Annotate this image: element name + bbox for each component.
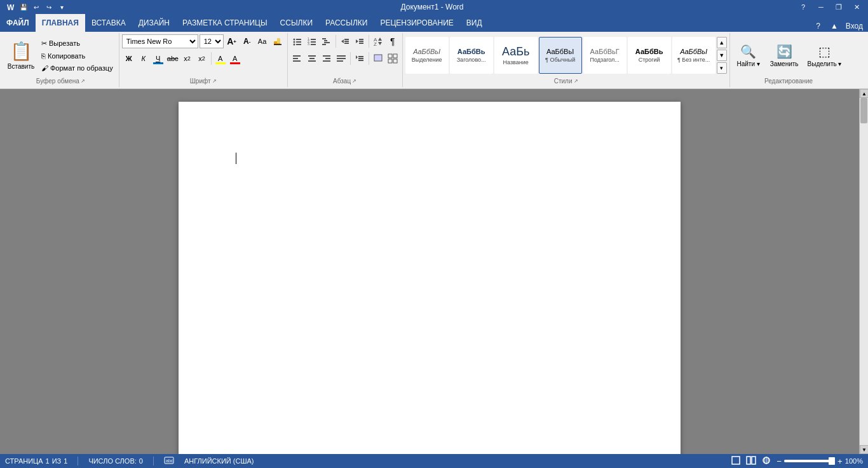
paste-button[interactable]: 📋 Вставить <box>5 38 37 73</box>
page-view-btn[interactable] <box>731 456 741 467</box>
borders-button[interactable] <box>386 52 400 65</box>
italic-button[interactable]: К <box>137 52 151 65</box>
align-center-button[interactable] <box>305 52 319 65</box>
web-view-btn[interactable] <box>761 456 771 467</box>
style-item-strong[interactable]: АаБбВь Строгий <box>628 37 671 74</box>
style-item-subtitle[interactable]: АаБбВьГ Подзагол... <box>583 37 627 74</box>
svg-rect-6 <box>296 39 301 40</box>
style-item-normal[interactable]: АаБбВьI Выделение <box>405 37 449 74</box>
zoom-out-btn[interactable]: − <box>776 457 782 466</box>
find-button[interactable]: 🔍 Найти ▾ <box>733 38 764 73</box>
style-item-title[interactable]: АаБь Название <box>494 37 538 74</box>
close-btn[interactable]: ✕ <box>850 1 863 13</box>
subscript-button[interactable]: x2 <box>180 52 194 65</box>
style-item-noformat[interactable]: АаБбВьI ¶ Без инте... <box>672 37 715 74</box>
scrollbar-track[interactable] <box>860 98 868 445</box>
sort-button[interactable]: A Z <box>371 34 385 48</box>
font-family-select[interactable]: Times New Ro <box>122 34 198 48</box>
svg-rect-42 <box>337 55 346 57</box>
minimize-btn[interactable]: ─ <box>815 1 827 13</box>
show-marks-button[interactable]: ¶ <box>386 34 400 48</box>
superscript-button[interactable]: x2 <box>195 52 209 65</box>
svg-rect-46 <box>358 56 363 57</box>
word-count-info[interactable]: ЧИСЛО СЛОВ: 0 <box>88 457 143 465</box>
paragraph-expander[interactable]: ↗ <box>352 78 356 84</box>
styles-expander[interactable]: ↗ <box>574 78 578 84</box>
read-view-btn[interactable] <box>746 456 756 467</box>
style-item-default[interactable]: АаБбВьI ¶ Обычный <box>539 37 582 74</box>
styles-scroll-up-btn[interactable]: ▲ <box>717 37 727 48</box>
increase-indent-button[interactable] <box>353 34 367 48</box>
svg-rect-38 <box>308 60 316 62</box>
login-btn[interactable]: Вход <box>846 22 863 31</box>
line-spacing-icon <box>355 53 365 64</box>
tab-view[interactable]: ВИД <box>460 14 489 32</box>
replace-button[interactable]: 🔄 Заменить <box>767 38 802 73</box>
font-color-button[interactable]: А <box>228 52 242 65</box>
restore-btn[interactable]: ❐ <box>832 1 845 13</box>
page-info[interactable]: СТРАНИЦА 1 ИЗ 1 <box>5 457 67 465</box>
clipboard-expander[interactable]: ↗ <box>81 78 85 84</box>
strikethrough-button[interactable]: abc <box>166 52 180 65</box>
svg-rect-50 <box>388 54 392 58</box>
styles-expand-btn[interactable]: ▾ <box>717 62 727 74</box>
cut-button[interactable]: ✂ Вырезать <box>38 38 116 50</box>
align-left-button[interactable] <box>290 52 304 65</box>
change-case-button[interactable]: Аа <box>255 34 269 48</box>
scroll-up-btn[interactable]: ▲ <box>860 89 868 98</box>
svg-rect-39 <box>323 55 330 57</box>
increase-font-size-button[interactable]: A+ <box>225 34 239 48</box>
tab-layout[interactable]: РАЗМЕТКА СТРАНИЦЫ <box>176 14 274 32</box>
scroll-down-btn[interactable]: ▼ <box>860 445 868 454</box>
font-expander[interactable]: ↗ <box>212 78 217 84</box>
tab-home[interactable]: ГЛАВНАЯ <box>36 14 85 32</box>
help-btn[interactable]: ? <box>797 1 810 13</box>
language-info[interactable]: АНГЛИЙСКИЙ (США) <box>184 457 254 465</box>
numbering-button[interactable]: 1. 2. 3. <box>305 34 319 48</box>
tab-design[interactable]: ДИЗАЙН <box>132 14 176 32</box>
font-size-select[interactable]: 12 81011 141618 <box>200 34 224 48</box>
spell-check-icon-item[interactable]: abc <box>164 457 174 465</box>
status-separator-1 <box>78 457 78 465</box>
bold-button[interactable]: Ж <box>122 52 136 65</box>
scrollbar-thumb[interactable] <box>860 98 867 123</box>
multilevel-list-button[interactable] <box>320 34 334 48</box>
tab-refs[interactable]: ССЫЛКИ <box>274 14 319 32</box>
zoom-in-btn[interactable]: + <box>837 457 843 466</box>
copy-button[interactable]: ⎘ Копировать <box>38 50 116 62</box>
word-count: 0 <box>139 457 143 465</box>
decrease-font-size-button[interactable]: A- <box>240 34 254 48</box>
binoculars-icon: 🔍 <box>740 44 756 59</box>
decrease-indent-button[interactable] <box>338 34 352 48</box>
tab-review[interactable]: РЕЦЕНЗИРОВАНИЕ <box>374 14 459 32</box>
word-icon-btn[interactable]: W <box>5 1 17 13</box>
zoom-slider-fill <box>784 460 835 462</box>
bullets-button[interactable] <box>290 34 304 48</box>
justify-button[interactable] <box>334 52 348 65</box>
clear-format-button[interactable] <box>271 34 285 48</box>
redo-quick-btn[interactable]: ↪ <box>43 1 55 13</box>
underline-button[interactable]: Ч <box>151 52 165 65</box>
style-item-heading1[interactable]: АаБбВь Заголово... <box>450 37 493 74</box>
styles-scroll-down-btn[interactable]: ▼ <box>717 50 727 61</box>
tab-file[interactable]: ФАЙЛ <box>0 14 36 32</box>
document-scroll[interactable] <box>0 89 859 454</box>
tab-insert[interactable]: ВСТАВКА <box>85 14 132 32</box>
align-right-button[interactable] <box>320 52 334 65</box>
save-quick-btn[interactable]: 💾 <box>18 1 29 13</box>
select-button[interactable]: ⬚ Выделить ▾ <box>804 38 845 73</box>
shading-button[interactable] <box>371 52 385 65</box>
svg-rect-26 <box>359 39 363 40</box>
document-page[interactable] <box>179 102 681 454</box>
line-spacing-button[interactable] <box>353 52 367 65</box>
zoom-slider-thumb[interactable] <box>829 457 835 465</box>
text-highlight-button[interactable]: А <box>214 52 227 65</box>
format-paint-button[interactable]: 🖌 Формат по образцу <box>38 62 116 74</box>
minimize-ribbon-btn[interactable]: ▲ <box>828 20 841 32</box>
tab-mail[interactable]: РАССЫЛКИ <box>319 14 374 32</box>
customize-quick-btn[interactable]: ▾ <box>56 1 67 13</box>
svg-marker-45 <box>356 55 358 59</box>
undo-quick-btn[interactable]: ↩ <box>31 1 42 13</box>
zoom-slider[interactable] <box>784 460 835 462</box>
ribbon-help-btn[interactable]: ? <box>813 20 823 32</box>
